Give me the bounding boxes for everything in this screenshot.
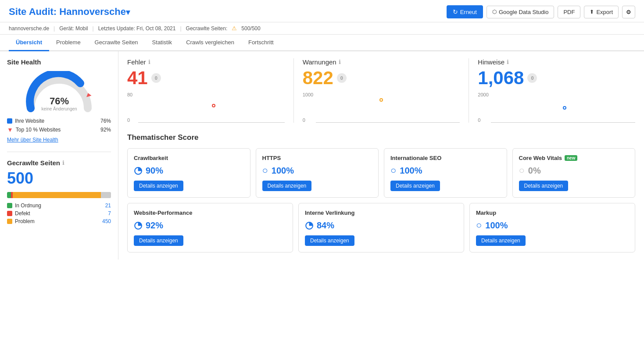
hinweise-chart-dot <box>563 106 566 110</box>
site-health-section: Site Health 76% keine Änderungen <box>7 58 111 143</box>
warnungen-chart: 1000 0 <box>303 92 460 123</box>
markup-value: 100% <box>485 220 508 231</box>
https-value: 100% <box>272 166 294 176</box>
refresh-label: Erneut <box>460 9 477 15</box>
hinweise-chart-zero: 0 <box>478 117 480 123</box>
hinweise-chart-line <box>491 122 635 123</box>
wp-details-button[interactable]: Details anzeigen <box>134 235 183 246</box>
tab-statistik[interactable]: Statistik <box>145 35 179 51</box>
legend-top10: ▼ Top 10 % Websites 92% <box>7 126 111 133</box>
info-icon-fehler[interactable]: ℹ <box>148 59 150 65</box>
hinweise-chart: 2000 0 <box>478 92 635 123</box>
info-icon-warnungen[interactable]: ℹ <box>339 59 341 65</box>
https-title: HTTPS <box>262 155 372 161</box>
score-grid-row2: Website-Performance ◔ 92% Details anzeig… <box>127 203 635 252</box>
settings-button[interactable]: ⚙ <box>622 6 635 18</box>
meta-update: Letztes Update: Fri, Oct 08, 2021 <box>98 25 176 32</box>
hinweise-label: Hinweise ℹ <box>478 58 635 66</box>
right-content: Fehler ℹ 41 0 80 0 <box>118 51 644 259</box>
iv-value: 84% <box>317 220 334 231</box>
metrics-row: Fehler ℹ 41 0 80 0 <box>127 58 635 123</box>
warnungen-label: Warnungen ℹ <box>303 58 460 66</box>
tab-probleme[interactable]: Probleme <box>49 35 88 51</box>
https-details-button[interactable]: Details anzeigen <box>262 181 312 191</box>
wp-value: 92% <box>146 220 163 231</box>
meta-crawled-label: Gecrawlte Seiten: <box>186 25 228 32</box>
iv-details-button[interactable]: Details anzeigen <box>305 235 354 246</box>
crawlbarkeit-details-button[interactable]: Details anzeigen <box>134 181 183 191</box>
info-icon-hinweise[interactable]: ℹ <box>507 59 509 65</box>
intl-seo-value: 100% <box>400 166 422 176</box>
export-label: Export <box>596 9 613 15</box>
warning-icon: ⚠ <box>232 25 237 32</box>
legend-ok: In Ordnung 21 <box>7 202 111 209</box>
intl-seo-title: Internationale SEO <box>390 155 501 161</box>
fehler-value-row: 41 0 <box>127 67 285 89</box>
metric-fehler: Fehler ℹ 41 0 80 0 <box>127 58 285 123</box>
fehler-chart: 80 0 <box>127 92 285 123</box>
site-health-title: Site Health <box>7 58 111 66</box>
sidebar: Site Health 76% keine Änderungen <box>0 51 118 259</box>
iv-circle-icon: ◔ <box>305 220 313 231</box>
tab-fortschritt[interactable]: Fortschritt <box>241 35 281 51</box>
hinweise-chart-top: 2000 <box>478 92 488 97</box>
gauge-wrapper: 76% keine Änderungen <box>7 71 111 113</box>
fehler-chart-line <box>138 122 285 123</box>
color-box-orange <box>7 219 12 224</box>
thematischer-score-section: Thematischer Score Crawlbarkeit ◔ 90% De… <box>127 133 635 252</box>
fehler-chart-top: 80 <box>127 92 132 97</box>
title-chevron[interactable]: ▾ <box>126 8 130 17</box>
markup-details-button[interactable]: Details anzeigen <box>476 235 526 246</box>
cwv-value-row: ○ 0% <box>519 165 629 176</box>
tab-uebersicht[interactable]: Übersicht <box>9 35 49 51</box>
legend-defekt-label: Defekt <box>15 210 30 217</box>
crawlbarkeit-value-row: ◔ 90% <box>134 165 244 176</box>
fehler-chart-dot <box>212 104 215 107</box>
crawlbarkeit-circle-icon: ◔ <box>134 165 142 176</box>
legend-dot-blue <box>7 118 12 124</box>
title-brand: Hannoversche <box>59 6 126 17</box>
https-value-row: ○ 100% <box>262 165 372 176</box>
warnungen-chart-top: 1000 <box>303 92 313 97</box>
score-grid-row1: Crawlbarkeit ◔ 90% Details anzeigen HTTP… <box>127 148 635 198</box>
warnungen-value: 822 <box>303 67 333 89</box>
cwv-circle-icon: ○ <box>519 165 525 176</box>
tab-crawls-vergleichen[interactable]: Crawls vergleichen <box>179 35 241 51</box>
export-button[interactable]: ⬆ Export <box>584 6 619 18</box>
wp-circle-icon: ◔ <box>134 220 142 231</box>
svg-text:keine Änderungen: keine Änderungen <box>41 107 77 111</box>
progress-bar <box>7 192 111 198</box>
score-card-intl-seo: Internationale SEO ○ 100% Details anzeig… <box>384 148 507 198</box>
legend-problem: Problem 450 <box>7 218 111 224</box>
gds-button[interactable]: ⬡ Google Data Studio <box>487 6 554 18</box>
tab-gecrawlte-seiten[interactable]: Gecrawlte Seiten <box>88 35 145 51</box>
legend-problem-value: 450 <box>102 218 111 224</box>
gecrawlte-seiten-section: Gecrawlte Seiten ℹ 500 In Ordnung 21 <box>7 152 111 224</box>
markup-value-row: ○ 100% <box>476 220 629 231</box>
mehr-link[interactable]: Mehr über Site Health <box>7 137 111 143</box>
title-static: Site Audit: <box>9 6 59 17</box>
color-box-green <box>7 203 12 208</box>
score-card-markup: Markup ○ 100% Details anzeigen <box>469 203 635 252</box>
iv-value-row: ◔ 84% <box>305 220 458 231</box>
intl-seo-details-button[interactable]: Details anzeigen <box>390 181 440 191</box>
https-circle-icon: ○ <box>262 165 268 176</box>
markup-circle-icon: ○ <box>476 220 482 231</box>
header-actions: ↻ Erneut ⬡ Google Data Studio PDF ⬆ Expo… <box>447 5 635 18</box>
cwv-details-button[interactable]: Details anzeigen <box>519 181 569 191</box>
cwv-value: 0% <box>528 166 541 176</box>
fehler-badge: 0 <box>151 73 161 83</box>
iv-title: Interne Verlinkung <box>305 210 458 216</box>
nav-tabs: Übersicht Probleme Gecrawlte Seiten Stat… <box>0 35 644 51</box>
metric-warnungen: Warnungen ℹ 822 0 1000 0 <box>303 58 460 123</box>
pdf-button[interactable]: PDF <box>558 6 580 18</box>
wp-value-row: ◔ 92% <box>134 220 286 231</box>
fehler-chart-zero: 0 <box>127 117 130 123</box>
legend-website: Ihre Website 76% <box>7 118 111 124</box>
pdf-label: PDF <box>563 9 575 15</box>
refresh-button[interactable]: ↻ Erneut <box>447 5 483 18</box>
warnungen-chart-dot <box>379 98 383 102</box>
score-card-interne-verlinkung: Interne Verlinkung ◔ 84% Details anzeige… <box>298 203 464 252</box>
intl-seo-value-row: ○ 100% <box>390 165 501 176</box>
pb-green <box>7 192 11 198</box>
